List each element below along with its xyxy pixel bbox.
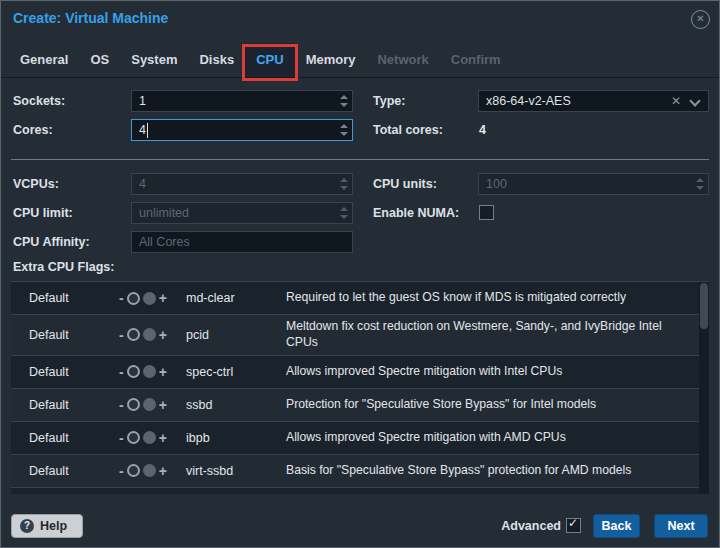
tab-system[interactable]: System <box>120 43 188 77</box>
cpu-affinity-label: CPU Affinity: <box>13 234 90 250</box>
flag-name: pcid <box>182 328 282 342</box>
cpu-flag-row[interactable]: Default - + md-clear Required to let the… <box>11 282 709 315</box>
vcpus-input: 4 <box>131 173 353 195</box>
text-cursor <box>147 123 148 138</box>
plus-icon[interactable]: + <box>159 432 167 444</box>
cpu-flag-row[interactable]: Default - + virt-ssbd Basis for "Specula… <box>11 455 709 488</box>
type-value: x86-64-v2-AES <box>486 93 571 110</box>
advanced-checkbox[interactable]: ✓ <box>566 518 581 533</box>
flag-level: Default <box>11 328 104 342</box>
minus-icon[interactable]: - <box>119 329 124 341</box>
scrollbar-thumb[interactable] <box>700 283 708 329</box>
slider-thumb[interactable] <box>127 464 140 477</box>
dialog-title: Create: Virtual Machine <box>13 10 168 26</box>
cpu-limit-spinner <box>335 203 352 223</box>
cpu-limit-input: unlimited <box>131 202 353 224</box>
slider-track-dot[interactable] <box>143 398 156 411</box>
spinner-down-icon[interactable] <box>340 132 348 136</box>
type-combobox[interactable]: x86-64-v2-AES ✕ <box>478 90 709 112</box>
flag-name: md-clear <box>182 291 282 305</box>
advanced-label: Advanced <box>501 519 561 533</box>
flag-description: Protection for "Speculative Store Bypass… <box>282 393 709 417</box>
sockets-value: 1 <box>139 93 146 110</box>
section-divider <box>11 159 709 160</box>
minus-icon[interactable]: - <box>119 465 124 477</box>
sockets-input[interactable]: 1 <box>131 90 353 112</box>
tab-disks[interactable]: Disks <box>188 43 245 77</box>
close-icon[interactable]: ✕ <box>691 10 710 29</box>
plus-icon[interactable]: + <box>159 366 167 378</box>
flag-level: Default <box>11 431 104 445</box>
back-button[interactable]: Back <box>593 514 640 538</box>
flag-name: spec-ctrl <box>182 365 282 379</box>
tab-general[interactable]: General <box>9 43 79 77</box>
tab-cpu[interactable]: CPU <box>245 43 294 77</box>
minus-icon[interactable]: - <box>119 399 124 411</box>
total-cores-label: Total cores: <box>373 122 443 138</box>
scrollbar-track[interactable] <box>699 282 709 494</box>
slider-track-dot[interactable] <box>143 365 156 378</box>
tab-os[interactable]: OS <box>79 43 120 77</box>
slider-thumb[interactable] <box>127 292 140 305</box>
sockets-label: Sockets: <box>13 93 65 109</box>
spinner-up-icon <box>340 207 348 211</box>
next-button[interactable]: Next <box>654 514 708 538</box>
minus-icon[interactable]: - <box>119 292 124 304</box>
plus-icon[interactable]: + <box>159 399 167 411</box>
spinner-down-icon[interactable] <box>340 103 348 107</box>
type-label: Type: <box>373 93 405 109</box>
minus-icon[interactable]: - <box>119 432 124 444</box>
create-vm-dialog: Create: Virtual Machine ✕ General OS Sys… <box>0 0 720 548</box>
total-cores-value: 4 <box>479 122 486 138</box>
slider-track-dot[interactable] <box>143 431 156 444</box>
spinner-down-icon <box>340 215 348 219</box>
tab-memory[interactable]: Memory <box>295 43 367 77</box>
cpu-flag-row[interactable]: Default - + ssbd Protection for "Specula… <box>11 389 709 422</box>
sockets-spinner <box>335 91 352 111</box>
flag-description: Required to let the guest OS know if MDS… <box>282 286 709 310</box>
minus-icon[interactable]: - <box>119 366 124 378</box>
cpu-affinity-placeholder: All Cores <box>139 234 190 251</box>
cpu-units-value: 100 <box>486 176 507 193</box>
enable-numa-label: Enable NUMA: <box>373 205 459 221</box>
cores-input[interactable]: 4 <box>131 119 353 141</box>
spinner-up-icon[interactable] <box>340 95 348 99</box>
flag-slider: - + <box>104 431 182 444</box>
cpu-units-input: 100 <box>478 173 709 195</box>
cpu-affinity-input[interactable]: All Cores <box>131 231 353 253</box>
slider-track-dot[interactable] <box>143 464 156 477</box>
cores-label: Cores: <box>13 122 53 138</box>
slider-thumb[interactable] <box>127 431 140 444</box>
slider-thumb[interactable] <box>127 365 140 378</box>
plus-icon[interactable]: + <box>159 292 167 304</box>
slider-thumb[interactable] <box>127 328 140 341</box>
help-button[interactable]: ? Help <box>11 514 83 538</box>
cpu-units-label: CPU units: <box>373 176 437 192</box>
flag-level: Default <box>11 291 104 305</box>
numa-checkbox[interactable] <box>479 205 494 220</box>
flag-slider: - + <box>104 365 182 378</box>
chevron-down-icon[interactable] <box>689 95 700 106</box>
slider-track-dot[interactable] <box>143 292 156 305</box>
flag-name: ssbd <box>182 398 282 412</box>
clear-icon[interactable]: ✕ <box>671 93 681 110</box>
cpu-units-spinner <box>691 174 708 194</box>
extra-cpu-flags-label: Extra CPU Flags: <box>13 259 114 275</box>
vcpus-label: VCPUs: <box>13 176 59 192</box>
plus-icon[interactable]: + <box>159 465 167 477</box>
flag-name: ibpb <box>182 431 282 445</box>
cpu-flag-row[interactable]: Default - + spec-ctrl Allows improved Sp… <box>11 356 709 389</box>
flag-slider: - + <box>104 292 182 305</box>
slider-track-dot[interactable] <box>143 328 156 341</box>
cpu-flag-row[interactable]: Default - + pcid Meltdown fix cost reduc… <box>11 315 709 356</box>
cores-spinner <box>335 120 352 140</box>
vcpus-spinner <box>335 174 352 194</box>
cpu-flag-row[interactable]: Default - + ibpb Allows improved Spectre… <box>11 422 709 455</box>
spinner-down-icon <box>696 186 704 190</box>
vcpus-value: 4 <box>139 176 146 193</box>
slider-thumb[interactable] <box>127 398 140 411</box>
spinner-up-icon <box>340 178 348 182</box>
spinner-down-icon <box>340 186 348 190</box>
spinner-up-icon[interactable] <box>340 124 348 128</box>
plus-icon[interactable]: + <box>159 329 167 341</box>
